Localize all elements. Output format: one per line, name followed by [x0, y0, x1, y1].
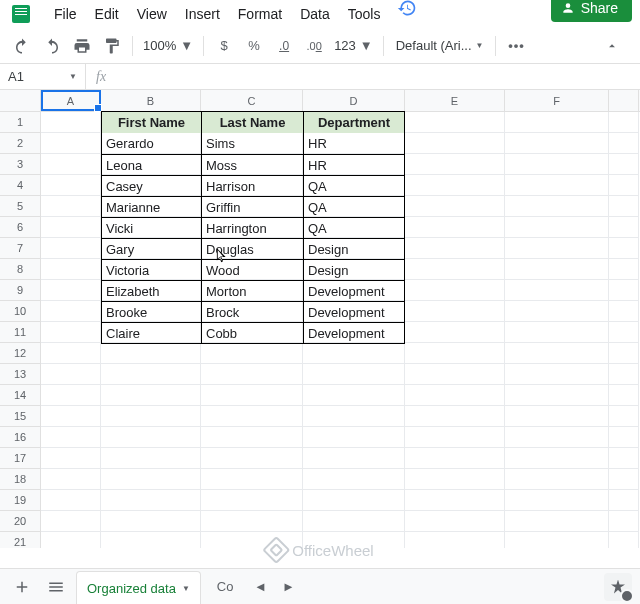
cell[interactable]: [41, 364, 101, 385]
sheet-tab-partial[interactable]: Co: [207, 579, 244, 594]
table-cell[interactable]: QA: [304, 175, 404, 196]
cell[interactable]: [405, 196, 505, 217]
row-header[interactable]: 7: [0, 238, 41, 259]
cell[interactable]: [41, 133, 101, 154]
cell[interactable]: [201, 469, 303, 490]
cell[interactable]: [505, 322, 609, 343]
cell[interactable]: [505, 133, 609, 154]
row-header[interactable]: 3: [0, 154, 41, 175]
cell[interactable]: [609, 217, 639, 238]
cell[interactable]: [201, 448, 303, 469]
cell[interactable]: [505, 364, 609, 385]
table-cell[interactable]: Sims: [202, 133, 304, 154]
cell[interactable]: [405, 448, 505, 469]
row-header[interactable]: 12: [0, 343, 41, 364]
cell[interactable]: [609, 196, 639, 217]
cell[interactable]: [609, 112, 639, 133]
sheet-nav-next[interactable]: ►: [277, 576, 299, 598]
cell[interactable]: [505, 154, 609, 175]
cell[interactable]: [609, 406, 639, 427]
add-sheet-button[interactable]: [8, 573, 36, 601]
table-cell[interactable]: Wood: [202, 259, 304, 280]
cell[interactable]: [101, 469, 201, 490]
format-percent-button[interactable]: %: [240, 32, 268, 60]
cell[interactable]: [505, 280, 609, 301]
cell[interactable]: [505, 217, 609, 238]
cell[interactable]: [101, 448, 201, 469]
history-button[interactable]: [392, 0, 422, 23]
col-header-partial[interactable]: [609, 90, 639, 111]
table-cell[interactable]: Cobb: [202, 322, 304, 343]
menu-format[interactable]: Format: [230, 2, 290, 26]
cell[interactable]: [303, 343, 405, 364]
col-header-F[interactable]: F: [505, 90, 609, 111]
cell[interactable]: [101, 343, 201, 364]
sheet-nav-prev[interactable]: ◄: [249, 576, 271, 598]
paint-format-button[interactable]: [98, 32, 126, 60]
cell[interactable]: [505, 406, 609, 427]
cell[interactable]: [505, 469, 609, 490]
cell[interactable]: [505, 175, 609, 196]
row-header[interactable]: 21: [0, 532, 41, 548]
more-tools-button[interactable]: •••: [502, 32, 530, 60]
row-header[interactable]: 19: [0, 490, 41, 511]
cell[interactable]: [609, 385, 639, 406]
cell[interactable]: [303, 469, 405, 490]
row-header[interactable]: 2: [0, 133, 41, 154]
cell[interactable]: [505, 238, 609, 259]
share-button[interactable]: Share: [551, 0, 632, 22]
col-header-D[interactable]: D: [303, 90, 405, 111]
row-header[interactable]: 10: [0, 301, 41, 322]
cell[interactable]: [405, 280, 505, 301]
select-all-corner[interactable]: [0, 90, 41, 111]
table-cell[interactable]: Gerardo: [102, 133, 202, 154]
cell[interactable]: [405, 532, 505, 548]
cell[interactable]: [505, 259, 609, 280]
cell[interactable]: [405, 364, 505, 385]
table-cell[interactable]: Casey: [102, 175, 202, 196]
cell[interactable]: [405, 217, 505, 238]
cell[interactable]: [609, 448, 639, 469]
table-cell[interactable]: Morton: [202, 280, 304, 301]
cell[interactable]: [505, 427, 609, 448]
row-header[interactable]: 4: [0, 175, 41, 196]
cell[interactable]: [505, 490, 609, 511]
decrease-decimal-button[interactable]: .0: [270, 32, 298, 60]
cell[interactable]: [609, 469, 639, 490]
cell[interactable]: [303, 385, 405, 406]
cell[interactable]: [41, 301, 101, 322]
name-box[interactable]: A1▼: [0, 64, 86, 90]
cell[interactable]: [41, 532, 101, 548]
cell[interactable]: [41, 490, 101, 511]
font-select[interactable]: Default (Ari...▼: [390, 38, 490, 53]
menu-tools[interactable]: Tools: [340, 2, 389, 26]
cell[interactable]: [101, 364, 201, 385]
table-cell[interactable]: Harrison: [202, 175, 304, 196]
cell[interactable]: [609, 427, 639, 448]
table-header[interactable]: First Name: [102, 112, 202, 133]
menu-file[interactable]: File: [46, 2, 85, 26]
undo-button[interactable]: [8, 32, 36, 60]
cell[interactable]: [405, 490, 505, 511]
table-cell[interactable]: Marianne: [102, 196, 202, 217]
cell[interactable]: [41, 280, 101, 301]
all-sheets-button[interactable]: [42, 573, 70, 601]
row-header[interactable]: 17: [0, 448, 41, 469]
col-header-C[interactable]: C: [201, 90, 303, 111]
cell[interactable]: [609, 154, 639, 175]
cell[interactable]: [505, 532, 609, 548]
cell[interactable]: [609, 490, 639, 511]
table-cell[interactable]: Development: [304, 322, 404, 343]
cell[interactable]: [405, 175, 505, 196]
cell[interactable]: [41, 322, 101, 343]
cell[interactable]: [609, 259, 639, 280]
cell[interactable]: [505, 343, 609, 364]
cell[interactable]: [201, 427, 303, 448]
cell[interactable]: [41, 427, 101, 448]
cell[interactable]: [101, 532, 201, 548]
cell[interactable]: [41, 343, 101, 364]
cell[interactable]: [41, 511, 101, 532]
menu-edit[interactable]: Edit: [87, 2, 127, 26]
cell[interactable]: [505, 196, 609, 217]
table-cell[interactable]: QA: [304, 196, 404, 217]
